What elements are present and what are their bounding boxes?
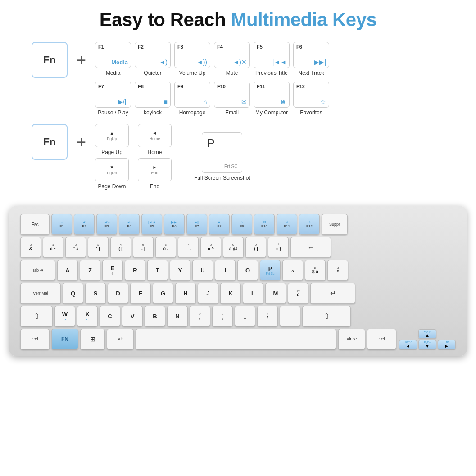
kb-v[interactable]: V bbox=[122, 306, 143, 326]
kb-fn[interactable]: FN bbox=[51, 329, 78, 349]
kb-x[interactable]: X< bbox=[77, 306, 98, 326]
kb-z[interactable]: Z bbox=[80, 260, 100, 281]
kb-m[interactable]: M bbox=[265, 283, 286, 304]
kb-8[interactable]: 8ç ^ bbox=[200, 237, 221, 258]
kb-lshift[interactable]: ⇧ bbox=[20, 306, 53, 326]
kb-win[interactable]: ⊞ bbox=[80, 329, 105, 349]
kb-row-azerty2: Verr Maj Q S D F G H J K L M %ù ↵ bbox=[20, 283, 456, 304]
kb-f6[interactable]: ▶▶|F6 bbox=[164, 214, 185, 235]
kb-comma[interactable]: ?, bbox=[190, 306, 210, 326]
kb-w[interactable]: W> bbox=[54, 306, 75, 326]
kb-q[interactable]: Q bbox=[63, 283, 83, 304]
kb-u[interactable]: U bbox=[192, 260, 213, 281]
kb-6[interactable]: 6è . bbox=[155, 237, 176, 258]
kb-enter[interactable]: ↵ bbox=[310, 283, 355, 304]
kb-7[interactable]: 7_ \ bbox=[178, 237, 199, 258]
kb-caps[interactable]: Verr Maj bbox=[20, 283, 61, 304]
kb-f11[interactable]: 🖥F11 bbox=[277, 214, 297, 235]
kb-f2[interactable]: ◄)F2 bbox=[74, 214, 95, 235]
kb-f3[interactable]: ◄))F3 bbox=[96, 214, 117, 235]
key-f6[interactable]: F6 ▶▶| bbox=[293, 42, 329, 68]
key-f12[interactable]: F12 ☆ bbox=[293, 82, 329, 108]
kb-f9[interactable]: ⌂F9 bbox=[231, 214, 252, 235]
kb-f1[interactable]: ♪F1 bbox=[51, 214, 72, 235]
kb-4[interactable]: 4( [ bbox=[110, 237, 131, 258]
kb-l[interactable]: L bbox=[243, 283, 263, 304]
kb-1[interactable]: 1é ~ bbox=[43, 237, 63, 258]
key-f4[interactable]: F4 ◄)✕ bbox=[214, 42, 250, 68]
kb-s[interactable]: S bbox=[85, 283, 106, 304]
key-f7[interactable]: F7 ▶/|| bbox=[95, 82, 131, 108]
fn-key-2[interactable]: Fn bbox=[32, 124, 68, 160]
kb-plus[interactable]: °= } bbox=[268, 237, 289, 258]
kb-lctrl[interactable]: Ctrl bbox=[20, 329, 50, 349]
kb-f10[interactable]: ✉F10 bbox=[254, 214, 275, 235]
kb-end-arrow[interactable]: End ► bbox=[438, 340, 456, 349]
kb-a[interactable]: A bbox=[57, 260, 78, 281]
kb-5[interactable]: 5- | bbox=[133, 237, 154, 258]
kb-f5[interactable]: |◄◄F5 bbox=[141, 214, 162, 235]
kb-slash[interactable]: §/ bbox=[257, 306, 278, 326]
kb-semicol[interactable]: .; bbox=[212, 306, 233, 326]
kb-f8[interactable]: ■F8 bbox=[209, 214, 230, 235]
pgdn-key[interactable]: ▼ PgDn bbox=[95, 158, 129, 181]
kb-colon[interactable]: :.. bbox=[235, 306, 255, 326]
end-key[interactable]: ► End bbox=[138, 158, 172, 181]
kb-k[interactable]: K bbox=[220, 283, 241, 304]
kb-pgup-arrow[interactable]: PgUp ▲ bbox=[418, 329, 436, 339]
kb-rshift[interactable]: ⇧ bbox=[302, 306, 351, 326]
kb-o[interactable]: O bbox=[237, 260, 258, 281]
kb-9[interactable]: 9à @ bbox=[223, 237, 244, 258]
kb-e[interactable]: E€ bbox=[102, 260, 123, 281]
key-f3[interactable]: F3 ◄)) bbox=[174, 42, 210, 68]
kb-n[interactable]: N bbox=[167, 306, 188, 326]
kb-f4[interactable]: ◄xF4 bbox=[119, 214, 140, 235]
home-key[interactable]: ◄ Home bbox=[138, 124, 172, 147]
kb-g[interactable]: G bbox=[153, 283, 173, 304]
kb-home-arrow[interactable]: Home ◄ bbox=[399, 340, 417, 349]
kb-pound[interactable]: £$ ¤ bbox=[305, 260, 326, 281]
kb-caret[interactable]: ¨^ bbox=[282, 260, 303, 281]
kb-2[interactable]: 2& bbox=[20, 237, 41, 258]
kb-altgr[interactable]: Alt Gr bbox=[338, 329, 365, 349]
kb-r[interactable]: R bbox=[125, 260, 145, 281]
kb-esc[interactable]: Esc bbox=[20, 214, 50, 235]
key-f9[interactable]: F9 ⌂ bbox=[174, 82, 210, 108]
kb-excl[interactable]: ! bbox=[280, 306, 300, 326]
kb-percent[interactable]: %ù bbox=[288, 283, 308, 304]
kb-space[interactable] bbox=[136, 329, 336, 349]
kb-mu[interactable]: μ* bbox=[327, 260, 348, 281]
kb-b[interactable]: B bbox=[145, 306, 165, 326]
key-f8[interactable]: F8 ■ bbox=[135, 82, 171, 108]
kb-0[interactable]: 0) ] bbox=[245, 237, 266, 258]
key-f2[interactable]: F2 ◄) bbox=[135, 42, 171, 68]
key-f5[interactable]: F5 |◄◄ bbox=[254, 42, 290, 68]
screenshot-key[interactable]: P Prt SC bbox=[202, 132, 242, 173]
kb-h[interactable]: H bbox=[175, 283, 196, 304]
key-f10[interactable]: F10 ✉ bbox=[214, 82, 250, 108]
kb-suppr[interactable]: Suppr bbox=[322, 214, 348, 235]
kb-f12[interactable]: ☆F12 bbox=[299, 214, 320, 235]
key-f11[interactable]: F11 🖥 bbox=[254, 82, 290, 108]
pgup-key[interactable]: ▲ PgUp bbox=[95, 124, 129, 147]
kb-i[interactable]: I bbox=[215, 260, 236, 281]
kb-f[interactable]: F bbox=[130, 283, 151, 304]
kb-pgdn-arrow[interactable]: PgDn ▼ bbox=[418, 340, 436, 349]
kb-d[interactable]: D bbox=[108, 283, 128, 304]
kb-backspace[interactable]: ← bbox=[290, 237, 331, 258]
kb-t[interactable]: T bbox=[147, 260, 168, 281]
kb-tab[interactable]: Tab ⇥ bbox=[20, 260, 55, 281]
kb-j[interactable]: J bbox=[198, 283, 218, 304]
kb-c[interactable]: C bbox=[100, 306, 120, 326]
home-end-col: ◄ Home Home ► End End bbox=[138, 124, 172, 190]
kb-y[interactable]: Y bbox=[170, 260, 190, 281]
kb-f7[interactable]: ▶||F7 bbox=[186, 214, 207, 235]
kb-2b[interactable]: 2" # bbox=[65, 237, 86, 258]
key-f2-item: F2 ◄) Quieter bbox=[135, 42, 171, 76]
kb-alt[interactable]: Alt bbox=[107, 329, 134, 349]
kb-rctrl[interactable]: Ctrl bbox=[367, 329, 396, 349]
kb-3[interactable]: 3' { bbox=[88, 237, 109, 258]
key-f1[interactable]: F1 Media bbox=[95, 42, 131, 68]
fn-key-1[interactable]: Fn bbox=[32, 42, 68, 78]
kb-p[interactable]: P Prt Sc bbox=[260, 260, 281, 281]
